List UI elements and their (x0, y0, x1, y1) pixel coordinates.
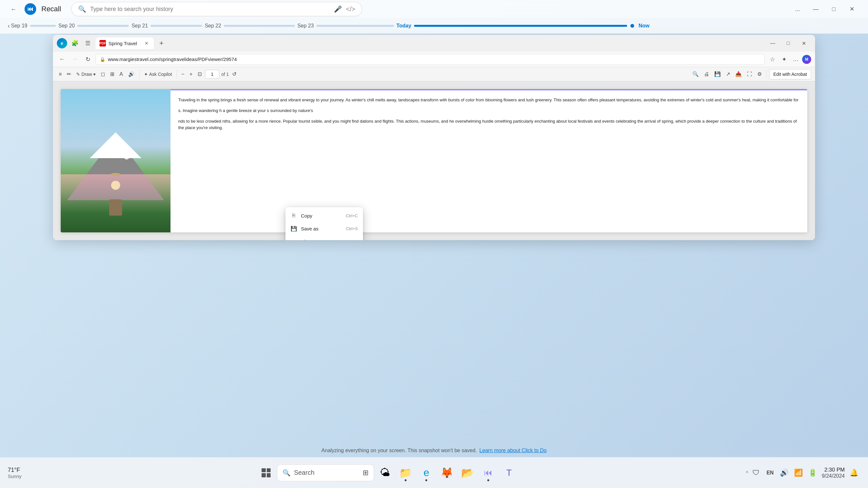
share-icon: ↗ (290, 238, 297, 240)
context-menu: ⎘ Copy Ctrl+C 💾 Save as Ctrl+S ↗ Share ⬡… (285, 207, 363, 240)
timeline-sep20[interactable]: Sep 20 (58, 23, 129, 29)
firefox-button[interactable]: 🦊 (437, 463, 457, 483)
pdf-zoom-out-button[interactable]: − (180, 69, 186, 79)
url-text: www.margiestravel.com/springtravelideas/… (108, 57, 237, 62)
pdf-search-button[interactable]: 🔍 (690, 69, 701, 79)
pdf-rotate-button[interactable]: ↺ (230, 69, 238, 79)
tab-title: Spring Travel (108, 41, 137, 46)
battery-icon[interactable]: 🔋 (806, 466, 819, 479)
timeline-sep19-label: Sep 19 (11, 23, 27, 29)
pdf-image-area[interactable] (61, 89, 170, 232)
browser-maximize-button[interactable]: □ (781, 38, 796, 48)
browser-menu-button[interactable]: ☰ (83, 38, 93, 48)
browser-collections-button[interactable]: ✦ (779, 54, 789, 65)
pdf-erase-button[interactable]: ◻ (99, 69, 107, 79)
taskbar-right: ^ 🛡 EN 🔊 📶 🔋 2:30 PM 9/24/2024 🔔 (746, 466, 860, 479)
browser-tab-spring-travel[interactable]: PDF Spring Travel ✕ (96, 37, 154, 49)
pdf-print-button[interactable]: 🖨 (702, 69, 711, 79)
timeline-sep22-bar (224, 25, 295, 27)
tray-expand-button[interactable]: ^ (746, 470, 748, 476)
timeline-sep22[interactable]: Sep 22 (205, 23, 295, 29)
pdf-draw-label: Draw (82, 72, 92, 77)
pdf-draw-button[interactable]: ✎ Draw ▾ (74, 69, 97, 79)
info-bar: Analyzing everything on your screen. Thi… (0, 444, 868, 457)
pdf-speech-button[interactable]: 🔊 (126, 69, 136, 79)
weather-widget[interactable]: 71°F Sunny (8, 467, 22, 479)
tab-close-button[interactable]: ✕ (144, 40, 150, 46)
new-tab-button[interactable]: + (156, 38, 166, 48)
edge-taskbar-button[interactable]: e (416, 463, 436, 483)
browser-more-button[interactable]: … (790, 54, 801, 65)
timeline-sep21[interactable]: Sep 21 (131, 23, 202, 29)
maximize-button[interactable]: □ (826, 3, 842, 15)
timeline-today[interactable]: Today (397, 23, 635, 29)
recall-taskbar-button[interactable]: ⏮ (478, 463, 498, 483)
person-body (109, 199, 122, 216)
pdf-page-of: of 1 (221, 72, 228, 77)
pdf-nav-toggle[interactable]: ≡ (57, 69, 64, 79)
pdf-annotation-button[interactable]: ✏ (65, 69, 73, 79)
history-search-bar[interactable]: 🔍 🎤 </> (71, 2, 362, 16)
browser-window-controls: — □ ✕ (765, 38, 811, 48)
minimize-icon: — (813, 6, 818, 12)
widgets-button[interactable]: 🌤 (375, 463, 395, 483)
taskbar-search[interactable]: 🔍 Search ⊞ (277, 464, 374, 481)
back-button[interactable]: ← (8, 3, 20, 15)
pdf-ask-copilot-button[interactable]: ✦ Ask Copilot (142, 69, 174, 79)
ask-copilot-label: Ask Copilot (149, 72, 172, 77)
browser-favorites-button[interactable]: ☆ (767, 54, 778, 65)
browser-close-button[interactable]: ✕ (796, 38, 811, 48)
ctx-save-as[interactable]: 💾 Save as Ctrl+S (285, 222, 363, 235)
file-explorer-button[interactable]: 📁 (396, 463, 415, 483)
info-bar-link[interactable]: Learn more about Click to Do (479, 448, 547, 453)
timeline-back-arrow[interactable]: ‹ (8, 23, 10, 29)
pdf-paragraph-1-cont: s. Imagine wandering h a gentle breeze a… (178, 107, 800, 114)
start-button[interactable] (256, 463, 276, 483)
pdf-zoom-in-button[interactable]: + (188, 69, 194, 79)
browser-minimize-button[interactable]: — (765, 38, 780, 48)
edge-profile[interactable]: M (802, 55, 811, 64)
network-icon[interactable]: 📶 (792, 466, 805, 479)
extensions-icon: 🧩 (71, 40, 79, 47)
url-bar[interactable]: 🔒 www.margiestravel.com/springtravelidea… (96, 54, 765, 65)
notifications-button[interactable]: 🔔 (847, 466, 860, 479)
teams-button[interactable]: T (499, 463, 519, 483)
save-as-icon: 💾 (290, 225, 297, 232)
pdf-text-button[interactable]: A (118, 69, 125, 79)
pdf-insert-button[interactable]: 📥 (733, 69, 744, 79)
taskbar-clock[interactable]: 2:30 PM 9/24/2024 (822, 467, 845, 479)
pdf-fullscreen-button[interactable]: ⛶ (745, 69, 754, 79)
pdf-share-button[interactable]: ↗ (724, 69, 732, 79)
code-icon[interactable]: </> (346, 5, 355, 13)
volume-icon[interactable]: 🔊 (778, 466, 791, 479)
timeline-sep19[interactable]: Sep 19 (11, 23, 56, 29)
edit-with-acrobat-button[interactable]: Edit with Acrobat (769, 69, 811, 79)
timeline-sep23-label: Sep 23 (298, 23, 314, 29)
timeline-sep23[interactable]: Sep 23 (298, 23, 394, 29)
pdf-save-button[interactable]: 💾 (712, 69, 723, 79)
weather-condition: Sunny (8, 474, 22, 479)
browser-forward-button[interactable]: → (70, 54, 80, 65)
browser-reload-button[interactable]: ↻ (83, 54, 93, 65)
pdf-fit-button[interactable]: ⊞ (108, 69, 116, 79)
ctx-copy[interactable]: ⎘ Copy Ctrl+C (285, 209, 363, 222)
ctx-share[interactable]: ↗ Share (285, 235, 363, 240)
more-options-button[interactable]: ... (789, 3, 806, 15)
browser-window: e 🧩 ☰ PDF Spring Travel ✕ + — □ ✕ ← → ↻ … (53, 35, 815, 240)
close-button[interactable]: ✕ (843, 3, 860, 15)
keyboard-language-icon[interactable]: EN (764, 466, 777, 479)
pdf-page-input[interactable]: 1 (205, 70, 219, 79)
minimize-button[interactable]: — (807, 3, 824, 15)
selection-highlight (61, 89, 807, 90)
timeline-now-label: Now (639, 23, 650, 29)
security-tray-icon[interactable]: 🛡 (749, 466, 763, 479)
browser-extensions-button[interactable]: 🧩 (70, 38, 80, 48)
files-button[interactable]: 📂 (458, 463, 477, 483)
pdf-fit-page-button[interactable]: ⊡ (196, 69, 204, 79)
system-tray: ^ 🛡 EN 🔊 📶 🔋 (746, 466, 819, 479)
history-search-input[interactable] (90, 6, 330, 12)
mic-icon[interactable]: 🎤 (334, 5, 342, 13)
pdf-page: Traveling in the spring brings a fresh s… (61, 89, 807, 232)
browser-back-button[interactable]: ← (57, 54, 67, 65)
pdf-settings-button[interactable]: ⚙ (755, 69, 764, 79)
